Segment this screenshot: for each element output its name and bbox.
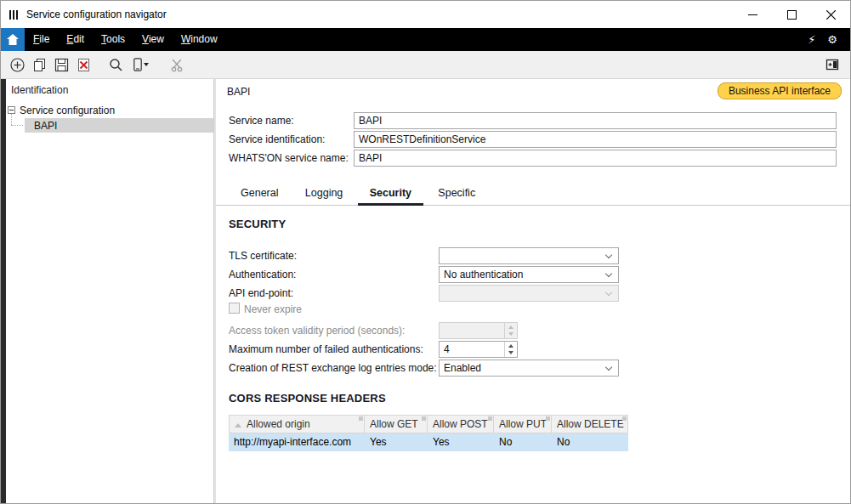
cell-allowed-origin[interactable]: http://myapi-interface.com: [229, 433, 365, 451]
window-controls: [733, 1, 850, 28]
column-header-allow-delete[interactable]: Allow DELETE: [552, 415, 628, 433]
home-button[interactable]: [1, 28, 25, 51]
toolbar: [1, 51, 850, 79]
content-area: Identification Service configuration BAP…: [1, 79, 850, 503]
add-panel-icon: [825, 59, 839, 71]
search-icon: [109, 58, 123, 72]
max-failed-auth-spinner[interactable]: 4: [439, 341, 518, 358]
save-button[interactable]: [50, 54, 72, 76]
tls-certificate-combo[interactable]: [439, 247, 619, 264]
home-icon: [7, 34, 19, 45]
cors-table: Allowed origin Allow GET Allow POST Allo…: [229, 415, 628, 451]
toolbar-right: [821, 54, 850, 76]
service-tree: Service configuration BAPI: [6, 99, 213, 503]
device-button[interactable]: [127, 54, 156, 76]
tab-bar: General Logging Security Specific: [216, 180, 850, 206]
menu-edit[interactable]: Edit: [58, 28, 93, 51]
cors-table-header: Allowed origin Allow GET Allow POST Allo…: [229, 415, 628, 433]
tab-logging[interactable]: Logging: [293, 180, 355, 206]
app-icon: [9, 9, 20, 20]
spinner-arrows-icon[interactable]: [504, 342, 517, 357]
menubar-right: ⚡ ⚙: [802, 28, 850, 51]
tree-item-service-configuration[interactable]: Service configuration: [8, 103, 115, 117]
add-panel-button[interactable]: [821, 54, 843, 76]
app-window: Service configuration navigator File Edi…: [0, 0, 851, 504]
main-panel: BAPI Business API interface Service name…: [216, 79, 850, 503]
filter-icon[interactable]: [422, 416, 426, 421]
never-expire-checkbox: [229, 303, 240, 314]
window-title: Service configuration navigator: [26, 8, 167, 20]
column-header-allow-put[interactable]: Allow PUT: [494, 415, 552, 433]
table-row[interactable]: http://myapi-interface.com Yes Yes No No: [229, 433, 628, 451]
tree-connector-horizontal: [11, 125, 23, 126]
cell-allow-put[interactable]: No: [494, 433, 552, 451]
cell-allow-delete[interactable]: No: [552, 433, 628, 451]
add-button[interactable]: [6, 54, 28, 76]
column-header-allow-get[interactable]: Allow GET: [365, 415, 428, 433]
delete-button[interactable]: [72, 54, 94, 76]
save-icon: [54, 58, 69, 72]
api-endpoint-combo: [439, 285, 619, 302]
minimize-button[interactable]: [733, 1, 772, 28]
tab-security[interactable]: Security: [358, 180, 423, 206]
menu-tools[interactable]: Tools: [93, 28, 133, 51]
api-endpoint-label: API end-point:: [229, 287, 293, 299]
tab-general[interactable]: General: [229, 180, 290, 206]
lightning-icon[interactable]: ⚡: [802, 33, 821, 46]
validity-period-spinner: [439, 322, 518, 339]
device-icon: [133, 58, 142, 71]
copy-icon: [32, 58, 47, 72]
cell-allow-post[interactable]: Yes: [428, 433, 494, 451]
chevron-down-icon: [605, 289, 612, 296]
chevron-down-icon: [605, 270, 612, 277]
menu-view[interactable]: View: [133, 28, 173, 51]
validity-period-label: Access token validity period (seconds):: [229, 325, 405, 337]
business-api-badge: Business API interface: [718, 82, 842, 99]
whatson-service-name-input[interactable]: BAPI: [354, 150, 837, 167]
device-dropdown-caret[interactable]: [144, 63, 149, 66]
menubar: File Edit Tools View Window ⚡ ⚙: [1, 28, 850, 51]
scissors-icon: [170, 58, 184, 72]
titlebar: Service configuration navigator: [1, 1, 850, 28]
gear-icon[interactable]: ⚙: [821, 33, 843, 46]
tree-item-label: Service configuration: [20, 105, 115, 116]
identification-header: Identification: [11, 84, 68, 96]
service-name-input[interactable]: BAPI: [354, 112, 837, 129]
filter-icon[interactable]: [546, 416, 550, 421]
maximize-button[interactable]: [772, 1, 811, 28]
chevron-down-icon: [605, 364, 612, 371]
rest-log-mode-label: Creation of REST exchange log entries mo…: [229, 362, 437, 374]
authentication-label: Authentication:: [229, 269, 296, 280]
page-title: BAPI: [227, 86, 250, 98]
filter-icon[interactable]: [622, 416, 627, 421]
filter-icon[interactable]: [488, 416, 492, 421]
menu-file[interactable]: File: [25, 28, 58, 51]
chevron-down-icon: [605, 252, 612, 258]
menu-window[interactable]: Window: [173, 28, 226, 51]
service-identification-input[interactable]: WOnRESTDefinitionService: [354, 131, 837, 148]
service-name-label: Service name:: [229, 115, 294, 127]
scissors-button[interactable]: [166, 54, 188, 76]
delete-icon: [77, 58, 91, 72]
max-failed-auth-label: Maximum number of failed authentications…: [229, 343, 423, 355]
security-heading: SECURITY: [229, 218, 286, 230]
rest-log-mode-combo[interactable]: Enabled: [439, 360, 619, 377]
add-icon: [10, 58, 25, 72]
column-header-allowed-origin[interactable]: Allowed origin: [229, 415, 365, 433]
search-button[interactable]: [105, 54, 127, 76]
authentication-combo[interactable]: No authentication: [439, 266, 619, 283]
column-header-allow-post[interactable]: Allow POST: [428, 415, 494, 433]
cell-allow-get[interactable]: Yes: [365, 433, 428, 451]
copy-button[interactable]: [28, 54, 50, 76]
tls-certificate-label: TLS certificate:: [229, 250, 297, 262]
close-button[interactable]: [811, 1, 850, 28]
filter-icon[interactable]: [359, 416, 363, 421]
service-identification-label: Service identification:: [229, 133, 325, 145]
tree-item-label: BAPI: [34, 120, 57, 132]
never-expire-label: Never expire: [244, 303, 302, 315]
tree-item-bapi[interactable]: BAPI: [25, 118, 213, 133]
tab-specific[interactable]: Specific: [426, 180, 487, 206]
cors-heading: CORS RESPONSE HEADERS: [229, 392, 386, 405]
collapse-icon[interactable]: [8, 106, 15, 114]
spinner-arrows-icon: [504, 323, 517, 338]
